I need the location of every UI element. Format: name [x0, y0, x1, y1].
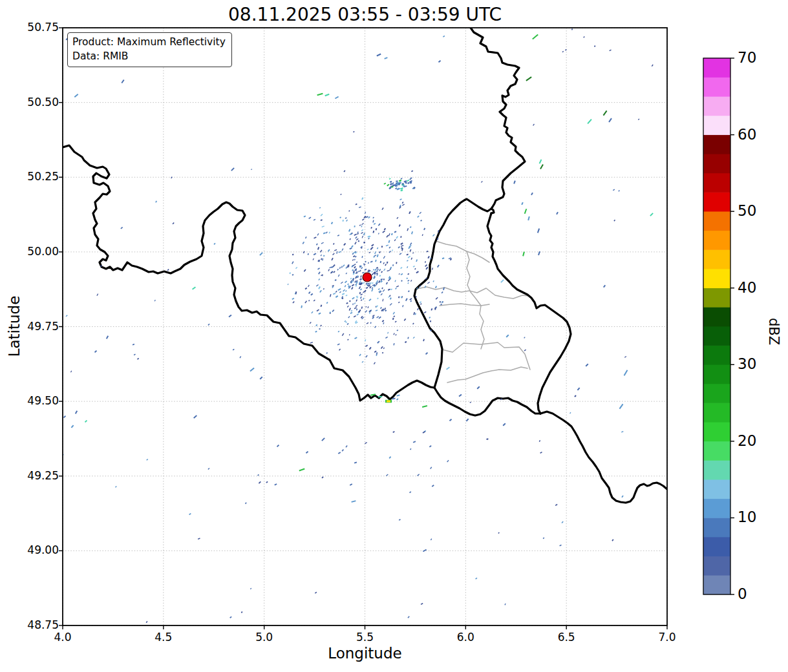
x-axis-label: Longitude — [63, 645, 667, 662]
colorbar — [703, 58, 734, 595]
admin-borders — [417, 241, 530, 383]
y-tick-label: 50.25 — [27, 170, 59, 183]
y-tick-label: 50.50 — [27, 96, 59, 109]
radar-site-marker — [363, 273, 372, 282]
x-tick-label: 5.0 — [255, 631, 273, 644]
radar-echoes — [62, 28, 654, 623]
colorbar-tick-label: 50 — [738, 202, 756, 219]
colorbar-tick-label: 20 — [738, 432, 756, 449]
product-annotation-box: Product: Maximum Reflectivity Data: RMIB — [67, 32, 232, 67]
y-tick-label: 50.00 — [27, 245, 59, 258]
y-tick-label: 49.75 — [27, 320, 59, 333]
colorbar-tick-label: 0 — [738, 585, 747, 602]
colorbar-tick-label: 70 — [738, 49, 756, 66]
x-tick-label: 5.5 — [356, 631, 374, 644]
x-tick-label: 7.0 — [658, 631, 676, 644]
product-line: Product: Maximum Reflectivity — [72, 35, 226, 49]
data-source-line: Data: RMIB — [72, 49, 226, 63]
y-tick-label: 48.75 — [27, 618, 59, 631]
radar-reflectivity-figure: 08.11.2025 03:55 - 03:59 UTC Product: Ma… — [0, 0, 788, 672]
country-borders — [63, 28, 667, 503]
x-tick-label: 6.0 — [457, 631, 474, 644]
colorbar-tick-label: 30 — [738, 355, 756, 372]
x-tick-label: 4.5 — [154, 631, 172, 644]
y-tick-label: 49.25 — [27, 469, 59, 482]
colorbar-tick-label: 60 — [738, 126, 756, 143]
map-canvas — [0, 0, 788, 672]
y-tick-label: 49.00 — [27, 543, 59, 556]
colorbar-label: dBZ — [766, 318, 782, 345]
y-axis-label: Latitude — [6, 296, 23, 357]
y-tick-label: 50.75 — [27, 21, 59, 34]
plot-area — [59, 28, 667, 629]
colorbar-tick-label: 10 — [738, 509, 756, 525]
x-tick-label: 6.5 — [558, 631, 575, 644]
x-tick-label: 4.0 — [54, 631, 71, 644]
colorbar-tick-label: 40 — [738, 279, 756, 296]
y-tick-label: 49.50 — [27, 394, 59, 407]
